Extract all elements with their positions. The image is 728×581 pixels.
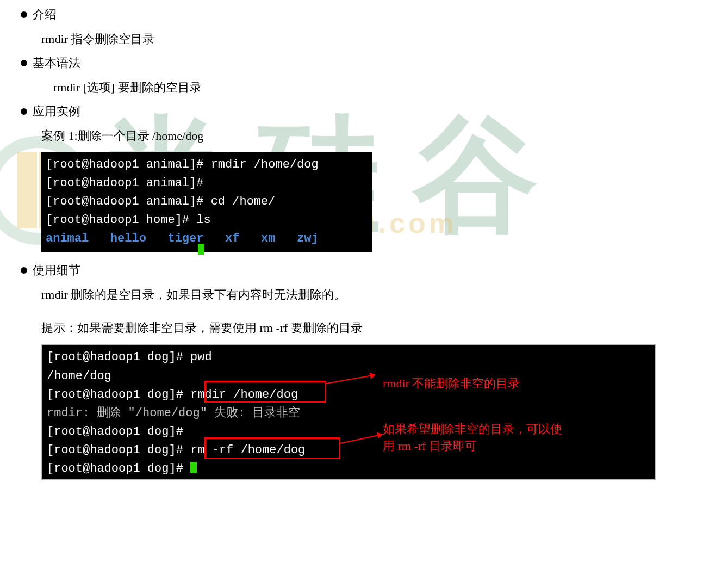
section-title: 应用实例: [33, 103, 80, 120]
section-title: 基本语法: [33, 55, 80, 71]
bullet-icon: [21, 267, 27, 274]
details-line2: 提示：如果需要删除非空目录，需要使用 rm -rf 要删除的目录: [41, 318, 717, 337]
bullet-icon: [21, 60, 27, 66]
terminal-output: /home/dog: [47, 367, 650, 386]
annotation-text-1: rmdir 不能删除非空的目录: [383, 374, 520, 393]
ls-item: hello: [110, 232, 146, 245]
terminal-prompt: [root@hadoop1 animal]#: [46, 176, 203, 190]
cursor-icon: [198, 244, 204, 255]
terminal-prompt: [root@hadoop1 animal]#: [46, 195, 203, 208]
cursor-icon: [190, 462, 197, 473]
bullet-icon: [21, 108, 27, 115]
terminal-prompt: [root@hadoop1 dog]#: [47, 350, 183, 364]
intro-body: rmdir 指令删除空目录: [41, 29, 717, 48]
bullet-icon: [21, 11, 27, 18]
ls-item: zwj: [297, 232, 319, 245]
terminal-command: pwd: [183, 350, 212, 364]
ls-item: xm: [261, 232, 275, 245]
terminal-prompt: [root@hadoop1 dog]#: [47, 425, 183, 438]
section-title: 使用细节: [33, 262, 80, 279]
terminal-screenshot-2: [root@hadoop1 dog]# pwd /home/dog [root@…: [41, 344, 656, 480]
annotation-text-2: 如果希望删除非空的目录，可以使用 rm -rf 目录即可: [383, 421, 568, 455]
terminal-screenshot-1: [root@hadoop1 animal]# rmdir /home/dog […: [41, 152, 372, 252]
annotation-box-rmdir: [204, 381, 326, 403]
section-intro-heading: 介绍: [21, 7, 717, 23]
terminal-prompt: [root@hadoop1 dog]#: [47, 388, 183, 401]
details-line1: rmdir 删除的是空目录，如果目录下有内容时无法删除的。: [41, 285, 717, 304]
terminal-prompt: [root@hadoop1 dog]#: [47, 462, 183, 475]
section-syntax-heading: 基本语法: [21, 55, 717, 71]
section-title: 介绍: [33, 7, 57, 23]
syntax-body: rmdir [选项] 要删除的空目录: [53, 78, 717, 97]
terminal-prompt: [root@hadoop1 dog]#: [47, 443, 183, 457]
annotation-box-rmrf: [204, 437, 340, 459]
section-details-heading: 使用细节: [21, 262, 717, 279]
terminal-command: ls: [189, 213, 211, 227]
example-case: 案例 1:删除一个目录 /home/dog: [41, 126, 717, 145]
terminal-command: cd /home/: [203, 195, 275, 208]
terminal-command: rmdir /home/dog: [203, 158, 318, 171]
ls-item: animal: [46, 232, 89, 245]
ls-item: xf: [225, 232, 239, 245]
terminal-prompt: [root@hadoop1 home]#: [46, 213, 189, 227]
terminal-ls-output: animal hello tiger xf xm zwj: [46, 230, 368, 248]
terminal-error: rmdir: 删除 "/home/dog" 失败: 目录非空: [47, 404, 650, 423]
section-example-heading: 应用实例: [21, 103, 717, 120]
terminal-prompt: [root@hadoop1 animal]#: [46, 158, 203, 171]
